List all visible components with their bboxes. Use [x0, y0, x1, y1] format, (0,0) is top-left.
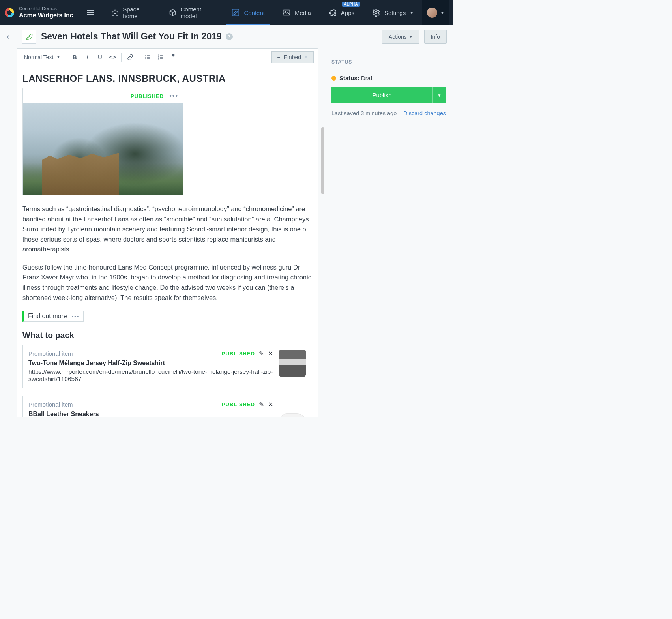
nav-label: Space home [123, 6, 152, 19]
more-icon[interactable]: ••• [169, 92, 178, 99]
ol-button[interactable]: 123 [154, 54, 167, 60]
section-heading: LANSERHOF LANS, INNSBRUCK, AUSTRIA [22, 73, 312, 84]
italic-button[interactable]: I [81, 54, 94, 60]
status-section-label: STATUS [331, 59, 446, 69]
main: Normal Text ▼ B I U <> 123 ❞ [0, 48, 453, 417]
ul-button[interactable] [142, 54, 154, 60]
asset-image [23, 103, 183, 195]
gear-icon [372, 8, 380, 17]
link-icon [127, 54, 133, 60]
editor-body[interactable]: LANSERHOF LANS, INNSBRUCK, AUSTRIA PUBLI… [17, 66, 318, 417]
nav-media[interactable]: Media [273, 0, 320, 25]
entry-title: BBall Leather Sneakers [28, 411, 273, 417]
info-label: Info [431, 34, 440, 40]
inline-entry-label: Find out more [28, 313, 67, 320]
top-navigation: Contentful Demos Acme Widgets Inc Space … [0, 0, 453, 25]
publish-caret-button[interactable]: ▼ [432, 87, 446, 103]
nav-apps[interactable]: ALPHA Apps [320, 0, 363, 25]
entry-thumbnail [279, 401, 306, 417]
bold-button[interactable]: B [68, 54, 81, 60]
edit-icon[interactable]: ✎ [259, 350, 264, 357]
close-icon[interactable]: ✕ [268, 350, 273, 357]
org-switcher[interactable]: Contentful Demos Acme Widgets Inc [0, 0, 103, 25]
list-ul-icon [145, 54, 151, 60]
avatar [427, 8, 437, 18]
code-button[interactable]: <> [106, 54, 119, 61]
svg-point-2 [375, 11, 377, 14]
editor-toolbar: Normal Text ▼ B I U <> 123 ❞ [17, 49, 318, 66]
actions-button[interactable]: Actions ▼ [382, 30, 419, 44]
status-row: Status: Draft [331, 75, 446, 81]
close-icon[interactable]: ✕ [268, 401, 273, 408]
embed-button[interactable]: + Embed ▼ [271, 51, 314, 63]
paragraph: Guests follow the time-honoured Lans Med… [22, 263, 312, 303]
chevron-down-icon: ▼ [304, 55, 308, 59]
paragraph: Terms such as “gastrointestinal diagnost… [22, 204, 312, 255]
rich-text-editor: Normal Text ▼ B I U <> 123 ❞ [17, 48, 318, 417]
info-button[interactable]: Info [424, 30, 447, 44]
status-value: Draft [361, 75, 374, 81]
chevron-down-icon: ▼ [409, 35, 413, 39]
nav-label: Apps [341, 9, 354, 16]
nav-settings[interactable]: Settings ▼ [363, 0, 422, 25]
embedded-entry-card[interactable]: Promotional item PUBLISHED ✎ ✕ Two-Tone … [22, 345, 312, 388]
text-style-label: Normal Text [24, 54, 53, 60]
scrollbar-thumb[interactable] [321, 127, 324, 194]
chevron-down-icon: ▼ [410, 11, 414, 15]
home-icon [111, 8, 119, 17]
nav-content-model[interactable]: Content model [160, 0, 223, 25]
svg-rect-0 [232, 9, 239, 16]
alpha-badge: ALPHA [342, 2, 360, 7]
plus-icon: + [277, 54, 281, 60]
nav-label: Media [295, 9, 311, 16]
entry-type: Promotional item [28, 401, 73, 408]
box-icon [169, 8, 176, 17]
chevron-down-icon: ▼ [56, 55, 60, 59]
nav-space-home[interactable]: Space home [103, 0, 160, 25]
text-style-select[interactable]: Normal Text ▼ [21, 53, 63, 62]
embedded-asset-card[interactable]: PUBLISHED ••• [22, 88, 183, 195]
discard-changes-link[interactable]: Discard changes [403, 110, 446, 116]
embed-label: Embed [284, 54, 301, 60]
nav-items: Space home Content model Content Media A… [103, 0, 422, 25]
subheading: What to pack [22, 330, 312, 340]
publish-button[interactable]: Publish [331, 87, 432, 103]
entry-status: PUBLISHED [222, 401, 255, 407]
underline-button[interactable]: U [94, 54, 106, 60]
space-name: Acme Widgets Inc [19, 12, 73, 19]
entry-url: https://www.mrporter.com/en-de/mens/brun… [28, 368, 273, 383]
hr-button[interactable]: — [180, 54, 192, 60]
media-icon [282, 8, 291, 17]
separator [121, 53, 122, 62]
entry-title: Two-Tone Mélange Jersey Half-Zip Sweatsh… [28, 360, 273, 367]
quote-button[interactable]: ❞ [167, 53, 180, 62]
more-icon[interactable]: ••• [72, 313, 80, 319]
status-dot-icon [331, 76, 336, 81]
inline-entry[interactable]: Find out more ••• [22, 311, 84, 322]
last-saved: Last saved 3 minutes ago [331, 110, 397, 116]
page-title: Seven Hotels That Will Get You Fit In 20… [41, 31, 222, 42]
back-button[interactable]: ‹ [0, 32, 17, 42]
nav-label: Content model [180, 6, 214, 19]
org-name: Contentful Demos [19, 6, 73, 12]
edit-icon [231, 8, 240, 17]
entry-status: PUBLISHED [222, 351, 255, 356]
edit-icon[interactable]: ✎ [259, 401, 264, 408]
entry-type: Promotional item [28, 350, 73, 357]
link-button[interactable] [124, 54, 137, 60]
list-ol-icon: 123 [157, 54, 164, 60]
contentful-logo-icon [5, 8, 14, 17]
embedded-entry-card[interactable]: Promotional item PUBLISHED ✎ ✕ BBall Lea… [22, 396, 312, 417]
chevron-down-icon: ▼ [440, 11, 444, 15]
help-icon[interactable]: ? [226, 33, 233, 40]
svg-point-5 [146, 58, 146, 59]
entry-type-icon [22, 30, 36, 44]
nav-label: Settings [384, 9, 406, 16]
user-menu[interactable]: ▼ [422, 0, 449, 25]
nav-content[interactable]: Content [223, 0, 273, 25]
actions-label: Actions [389, 34, 407, 40]
status-key: Status: [339, 75, 359, 81]
puzzle-icon [328, 8, 337, 17]
separator [66, 53, 66, 62]
hamburger-icon[interactable] [84, 6, 97, 19]
